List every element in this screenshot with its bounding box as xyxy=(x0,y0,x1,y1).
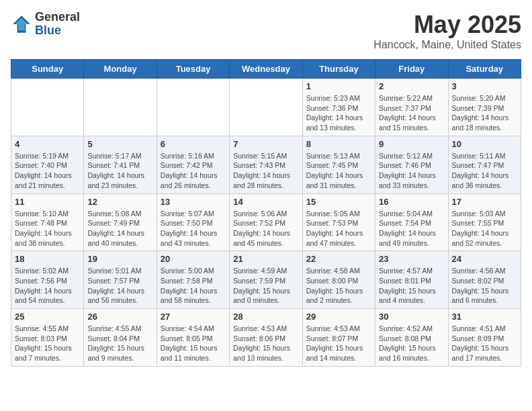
day-info: Sunrise: 4:53 AM Sunset: 8:07 PM Dayligh… xyxy=(306,324,371,363)
calendar-cell: 8Sunrise: 5:13 AM Sunset: 7:45 PM Daylig… xyxy=(302,136,375,193)
calendar-cell: 29Sunrise: 4:53 AM Sunset: 8:07 PM Dayli… xyxy=(302,309,375,367)
day-info: Sunrise: 4:52 AM Sunset: 8:08 PM Dayligh… xyxy=(379,324,444,363)
day-info: Sunrise: 5:15 AM Sunset: 7:43 PM Dayligh… xyxy=(233,151,298,191)
day-of-week-tuesday: Tuesday xyxy=(157,60,229,79)
day-number: 4 xyxy=(15,139,80,149)
page-subtitle: Hancock, Maine, United States xyxy=(373,39,521,51)
calendar-cell: 18Sunrise: 5:02 AM Sunset: 7:56 PM Dayli… xyxy=(11,251,84,309)
calendar-cell: 17Sunrise: 5:03 AM Sunset: 7:55 PM Dayli… xyxy=(448,193,521,251)
day-info: Sunrise: 5:00 AM Sunset: 7:58 PM Dayligh… xyxy=(161,266,226,306)
day-info: Sunrise: 5:04 AM Sunset: 7:54 PM Dayligh… xyxy=(379,209,444,248)
day-number: 23 xyxy=(379,254,444,264)
day-number: 29 xyxy=(306,312,371,322)
day-number: 9 xyxy=(379,139,444,149)
calendar-cell: 16Sunrise: 5:04 AM Sunset: 7:54 PM Dayli… xyxy=(375,193,448,251)
logo: General Blue xyxy=(11,11,80,38)
calendar-cell xyxy=(84,79,157,136)
calendar-cell: 22Sunrise: 4:58 AM Sunset: 8:00 PM Dayli… xyxy=(302,251,375,309)
day-number: 21 xyxy=(233,254,298,264)
calendar-cell: 1Sunrise: 5:23 AM Sunset: 7:36 PM Daylig… xyxy=(302,79,375,136)
calendar-cell: 6Sunrise: 5:16 AM Sunset: 7:42 PM Daylig… xyxy=(157,136,229,193)
page-title: May 2025 xyxy=(373,11,521,39)
day-number: 7 xyxy=(233,139,298,149)
calendar-header: SundayMondayTuesdayWednesdayThursdayFrid… xyxy=(11,60,521,79)
calendar-cell: 14Sunrise: 5:06 AM Sunset: 7:52 PM Dayli… xyxy=(230,193,302,251)
calendar-cell: 10Sunrise: 5:11 AM Sunset: 7:47 PM Dayli… xyxy=(448,136,521,193)
calendar-cell: 30Sunrise: 4:52 AM Sunset: 8:08 PM Dayli… xyxy=(375,309,448,367)
day-info: Sunrise: 4:55 AM Sunset: 8:03 PM Dayligh… xyxy=(15,324,80,363)
calendar-cell: 7Sunrise: 5:15 AM Sunset: 7:43 PM Daylig… xyxy=(230,136,302,193)
day-number: 11 xyxy=(15,197,80,207)
calendar-cell: 9Sunrise: 5:12 AM Sunset: 7:46 PM Daylig… xyxy=(375,136,448,193)
calendar-cell xyxy=(157,79,229,136)
calendar-cell: 13Sunrise: 5:07 AM Sunset: 7:50 PM Dayli… xyxy=(157,193,229,251)
day-number: 14 xyxy=(233,197,298,207)
day-of-week-thursday: Thursday xyxy=(302,60,375,79)
day-number: 24 xyxy=(452,254,517,264)
day-of-week-wednesday: Wednesday xyxy=(230,60,302,79)
day-of-week-monday: Monday xyxy=(84,60,157,79)
day-number: 1 xyxy=(306,81,371,91)
day-info: Sunrise: 5:19 AM Sunset: 7:40 PM Dayligh… xyxy=(15,151,80,191)
calendar-cell: 2Sunrise: 5:22 AM Sunset: 7:37 PM Daylig… xyxy=(375,79,448,136)
day-info: Sunrise: 4:54 AM Sunset: 8:05 PM Dayligh… xyxy=(161,324,226,363)
day-number: 13 xyxy=(161,197,226,207)
calendar-cell xyxy=(11,79,84,136)
calendar-cell: 21Sunrise: 4:59 AM Sunset: 7:59 PM Dayli… xyxy=(230,251,302,309)
day-number: 31 xyxy=(452,312,517,322)
day-of-week-friday: Friday xyxy=(375,60,448,79)
calendar-week-4: 18Sunrise: 5:02 AM Sunset: 7:56 PM Dayli… xyxy=(11,251,521,309)
day-info: Sunrise: 5:20 AM Sunset: 7:39 PM Dayligh… xyxy=(452,93,517,133)
day-info: Sunrise: 4:53 AM Sunset: 8:06 PM Dayligh… xyxy=(233,324,298,363)
day-info: Sunrise: 5:22 AM Sunset: 7:37 PM Dayligh… xyxy=(379,93,444,133)
calendar-cell xyxy=(230,79,302,136)
day-info: Sunrise: 5:05 AM Sunset: 7:53 PM Dayligh… xyxy=(306,209,371,248)
day-of-week-saturday: Saturday xyxy=(448,60,521,79)
calendar-cell: 24Sunrise: 4:56 AM Sunset: 8:02 PM Dayli… xyxy=(448,251,521,309)
day-number: 2 xyxy=(379,81,444,91)
calendar-cell: 3Sunrise: 5:20 AM Sunset: 7:39 PM Daylig… xyxy=(448,79,521,136)
day-info: Sunrise: 4:56 AM Sunset: 8:02 PM Dayligh… xyxy=(452,266,517,306)
day-info: Sunrise: 4:57 AM Sunset: 8:01 PM Dayligh… xyxy=(379,266,444,306)
day-number: 16 xyxy=(379,197,444,207)
day-info: Sunrise: 5:11 AM Sunset: 7:47 PM Dayligh… xyxy=(452,151,517,191)
calendar-week-3: 11Sunrise: 5:10 AM Sunset: 7:48 PM Dayli… xyxy=(11,193,521,251)
day-number: 22 xyxy=(306,254,371,264)
day-number: 12 xyxy=(87,197,152,207)
day-number: 3 xyxy=(452,81,517,91)
calendar-cell: 5Sunrise: 5:17 AM Sunset: 7:41 PM Daylig… xyxy=(84,136,157,193)
calendar-cell: 31Sunrise: 4:51 AM Sunset: 8:09 PM Dayli… xyxy=(448,309,521,367)
day-info: Sunrise: 5:23 AM Sunset: 7:36 PM Dayligh… xyxy=(306,93,371,133)
logo-text: General Blue xyxy=(35,11,80,38)
day-info: Sunrise: 5:06 AM Sunset: 7:52 PM Dayligh… xyxy=(233,209,298,248)
calendar-week-2: 4Sunrise: 5:19 AM Sunset: 7:40 PM Daylig… xyxy=(11,136,521,193)
calendar-cell: 12Sunrise: 5:08 AM Sunset: 7:49 PM Dayli… xyxy=(84,193,157,251)
logo-general-text: General xyxy=(35,10,80,24)
day-number: 10 xyxy=(452,139,517,149)
day-info: Sunrise: 5:17 AM Sunset: 7:41 PM Dayligh… xyxy=(87,151,152,191)
logo-icon xyxy=(11,13,32,35)
day-info: Sunrise: 5:16 AM Sunset: 7:42 PM Dayligh… xyxy=(161,151,226,191)
day-number: 30 xyxy=(379,312,444,322)
title-area: May 2025 Hancock, Maine, United States xyxy=(373,11,521,51)
logo-blue-text: Blue xyxy=(35,24,61,37)
calendar-cell: 23Sunrise: 4:57 AM Sunset: 8:01 PM Dayli… xyxy=(375,251,448,309)
day-info: Sunrise: 5:12 AM Sunset: 7:46 PM Dayligh… xyxy=(379,151,444,191)
day-number: 8 xyxy=(306,139,371,149)
day-of-week-sunday: Sunday xyxy=(11,60,84,79)
day-number: 27 xyxy=(161,312,226,322)
calendar-cell: 26Sunrise: 4:55 AM Sunset: 8:04 PM Dayli… xyxy=(84,309,157,367)
day-info: Sunrise: 4:55 AM Sunset: 8:04 PM Dayligh… xyxy=(87,324,152,363)
calendar-cell: 11Sunrise: 5:10 AM Sunset: 7:48 PM Dayli… xyxy=(11,193,84,251)
day-info: Sunrise: 5:02 AM Sunset: 7:56 PM Dayligh… xyxy=(15,266,80,306)
day-number: 26 xyxy=(87,312,152,322)
calendar-cell: 20Sunrise: 5:00 AM Sunset: 7:58 PM Dayli… xyxy=(157,251,229,309)
day-info: Sunrise: 5:01 AM Sunset: 7:57 PM Dayligh… xyxy=(87,266,152,306)
day-info: Sunrise: 4:59 AM Sunset: 7:59 PM Dayligh… xyxy=(233,266,298,306)
days-of-week-row: SundayMondayTuesdayWednesdayThursdayFrid… xyxy=(11,60,521,79)
day-number: 28 xyxy=(233,312,298,322)
calendar-body: 1Sunrise: 5:23 AM Sunset: 7:36 PM Daylig… xyxy=(11,79,521,367)
day-info: Sunrise: 5:10 AM Sunset: 7:48 PM Dayligh… xyxy=(15,209,80,248)
calendar-cell: 4Sunrise: 5:19 AM Sunset: 7:40 PM Daylig… xyxy=(11,136,84,193)
day-info: Sunrise: 5:03 AM Sunset: 7:55 PM Dayligh… xyxy=(452,209,517,248)
